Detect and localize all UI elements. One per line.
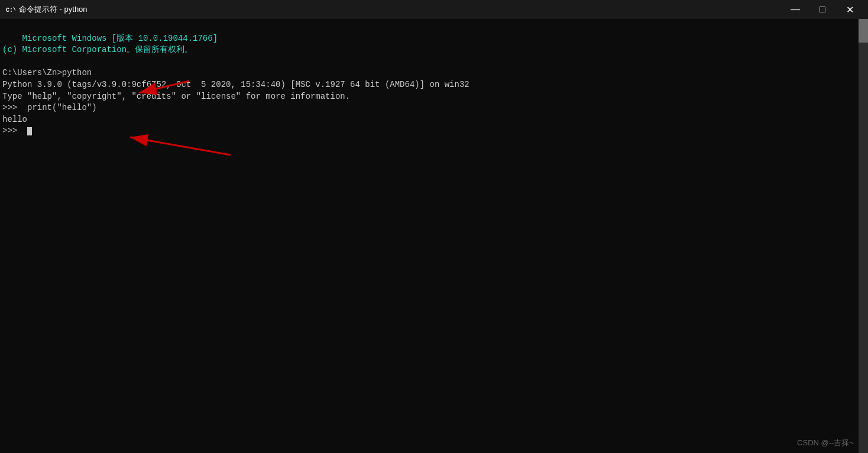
terminal-output: Microsoft Windows [版本 10.0.19044.1766] (… (2, 21, 866, 149)
minimize-button[interactable]: — (782, 0, 809, 19)
titlebar-left: C:\ 命令提示符 - python (5, 4, 88, 15)
scrollbar-thumb[interactable] (859, 19, 868, 43)
cmd-icon: C:\ (5, 4, 15, 15)
prompt-cursor-line: >>> (2, 126, 32, 135)
type-help-line: Type "help", "copyright", "credits" or "… (2, 92, 350, 101)
svg-text:C:\: C:\ (6, 7, 15, 14)
prompt-print-line: >>> print("hello") (2, 103, 97, 112)
hello-output-line: hello (2, 115, 27, 124)
terminal-window: Microsoft Windows [版本 10.0.19044.1766] (… (0, 19, 868, 453)
python-version-line: Python 3.9.0 (tags/v3.9.0:9cf6752, Oct 5… (2, 80, 469, 89)
scrollbar[interactable] (859, 19, 868, 453)
window-title: 命令提示符 - python (19, 4, 88, 15)
maximize-button[interactable]: □ (809, 0, 836, 19)
titlebar: C:\ 命令提示符 - python — □ ✕ (0, 0, 868, 19)
prompt-python-line: C:\Users\Zn>python (2, 68, 92, 77)
watermark: CSDN @--吉择~ (797, 438, 854, 448)
window-controls: — □ ✕ (782, 0, 863, 19)
win-version-line: Microsoft Windows [版本 10.0.19044.1766] (22, 34, 218, 43)
close-button[interactable]: ✕ (836, 0, 863, 19)
terminal-cursor (27, 127, 32, 135)
copyright-line: (c) Microsoft Corporation。保留所有权利。 (2, 45, 193, 54)
